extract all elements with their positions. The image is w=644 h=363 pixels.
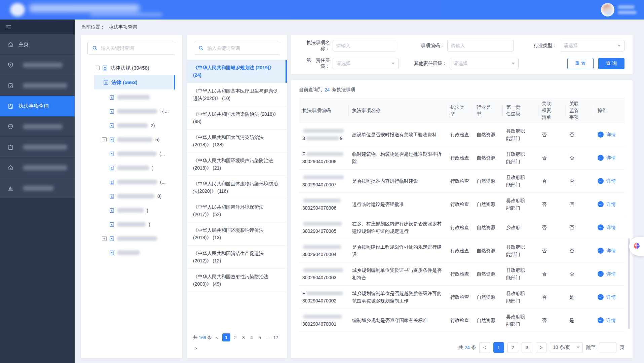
law-list-item[interactable]: 《中华人民共和国海洋环境保护法 (2017)》 (52) <box>187 199 287 222</box>
sidebar-item[interactable] <box>0 55 75 75</box>
detail-link[interactable]: 详情 <box>598 201 621 208</box>
filter-code-input[interactable] <box>451 43 510 48</box>
filter-name-field[interactable] <box>333 40 396 51</box>
filter-row-2: 第一责任层级： 请选择 其他责任层级： 请选择 重 置 查 询 <box>299 58 624 69</box>
law-doc-icon <box>109 236 114 241</box>
scrollbar-thumb[interactable] <box>628 238 630 329</box>
cell-first-responsibility-level: 县政府职能部门 <box>503 287 538 307</box>
tree-node-label-redacted <box>117 109 157 114</box>
page-button[interactable]: 3 <box>522 342 532 353</box>
law-list-item[interactable]: 《中华人民共和国城乡规划法 (2019)》 (24) <box>187 60 287 83</box>
selected-indicator-bar <box>174 75 175 89</box>
law-list-item[interactable]: 《中华人民共和国基本医疗卫生与健康促进法(2020)》 (10) <box>187 83 287 106</box>
more-dots-icon <box>598 178 604 184</box>
tree-node-redacted[interactable]: ) <box>87 203 175 217</box>
expand-node-icon[interactable] <box>102 137 107 142</box>
law-list-item[interactable]: 《中华人民共和国水污染防治法 (2018)》 (98) <box>187 106 287 130</box>
sidebar-item[interactable] <box>0 157 75 178</box>
table-row: F 3002904070002 城乡规划编制单位是否超越资质等级许可的范围承揽城… <box>299 286 624 309</box>
sidebar-item[interactable] <box>0 137 75 157</box>
more-dots-icon <box>598 201 604 207</box>
detail-link[interactable]: 详情 <box>598 224 621 231</box>
page-button[interactable]: 2 <box>507 342 518 353</box>
law-list-item[interactable]: 《中华人民共和国固体废物污染环境防治法(2020)》 (116) <box>187 176 287 199</box>
collapse-node-icon[interactable] <box>95 66 100 70</box>
page-size-select[interactable]: 10 条/页 <box>550 342 583 353</box>
detail-link[interactable]: 详情 <box>598 177 621 185</box>
page-button[interactable]: 1 <box>222 333 230 341</box>
law-title: 《中华人民共和国大气污染防治法 (2018)》 (138) <box>193 135 264 147</box>
sidebar-item[interactable]: 执法事项查询 <box>0 96 75 116</box>
tree-node-label-redacted <box>117 236 157 241</box>
tree-root-label: 法律法规 (39458) <box>110 65 149 71</box>
detail-link[interactable]: 详情 <box>598 131 621 138</box>
filter-level1-select[interactable]: 请选择 <box>333 58 399 69</box>
law-title: 《中华人民共和国基本医疗卫生与健康促进法(2020)》 (10) <box>193 88 278 101</box>
avatar[interactable] <box>601 3 614 16</box>
law-list-item[interactable]: 《中华人民共和国大气污染防治法 (2018)》 (138) <box>187 130 287 153</box>
page-button[interactable]: > <box>536 342 546 353</box>
tree-node-redacted[interactable] <box>87 231 175 246</box>
tree-search[interactable] <box>87 42 175 55</box>
law-list-item[interactable]: 《中华人民共和国环境噪声污染防治法(2018)》 (21) <box>187 153 287 176</box>
cell-item-name: 建设单位是否按时报送有关竣工验收资料 <box>349 128 447 141</box>
law-list-item[interactable]: 《中华人民共和国清洁生产促进法 (2012)》 (12) <box>187 246 287 269</box>
filter-industry-select[interactable]: 请选择 <box>560 40 624 51</box>
tree-node-redacted[interactable]: 2) <box>87 118 175 133</box>
detail-link[interactable]: 详情 <box>598 154 621 161</box>
tree-node-redacted[interactable]: 0) <box>87 189 175 203</box>
page-button[interactable]: 1 <box>493 342 504 353</box>
sidebar-item[interactable] <box>0 116 75 137</box>
result-count: 当前查询到 24 条执法事项 <box>299 87 624 93</box>
sidebar-item[interactable]: 主页 <box>0 34 75 55</box>
tree-node-redacted[interactable]: (... <box>87 175 175 189</box>
filter-level2-select[interactable]: 请选择 <box>450 58 519 69</box>
sidebar-item[interactable] <box>0 75 75 96</box>
page-button[interactable]: 2 <box>233 333 238 341</box>
app-logo-redacted <box>10 3 25 16</box>
tree-node-redacted[interactable]: ) <box>87 161 175 175</box>
filter-code-field[interactable] <box>447 40 514 51</box>
query-button[interactable]: 查 询 <box>598 58 624 69</box>
tree-node-redacted[interactable]: (... <box>87 147 175 161</box>
tree-node-label-redacted <box>117 166 149 170</box>
tree-node-suffix: 司... <box>160 108 169 114</box>
jump-page-input[interactable] <box>599 342 616 353</box>
tree-node-redacted[interactable]: 5) <box>87 133 175 147</box>
law-list-item[interactable]: 《中华人民共和国放射性污染防治法 (2003)》 (49) <box>187 269 287 292</box>
sidebar-collapse[interactable] <box>0 20 75 34</box>
detail-link[interactable]: 详情 <box>598 293 621 301</box>
tree-node-redacted[interactable] <box>87 90 175 104</box>
filter-name-input[interactable] <box>336 43 392 48</box>
expand-node-icon[interactable] <box>102 236 107 241</box>
tree-node-suffix: (... <box>159 151 165 156</box>
tree-root-法律法规[interactable]: 法律法规 (39458) <box>87 61 175 75</box>
page-button[interactable]: 3 <box>241 333 247 341</box>
sidebar-item[interactable] <box>0 178 75 198</box>
tree-search-input[interactable] <box>101 45 171 51</box>
law-list-item[interactable]: 《中华人民共和国环境影响评价法 (2018)》 (13) <box>187 222 287 246</box>
law-search-input[interactable] <box>207 45 276 51</box>
page-button[interactable]: ··· <box>265 333 271 341</box>
detail-link[interactable]: 详情 <box>598 247 621 254</box>
filter-code-label: 事项编码： <box>408 43 445 49</box>
page-button[interactable]: 4 <box>249 333 255 341</box>
user-area[interactable] <box>601 3 637 16</box>
tree-node-label-redacted <box>117 180 157 184</box>
home-icon <box>7 164 14 171</box>
page-button[interactable]: < <box>479 342 490 353</box>
detail-link[interactable]: 详情 <box>598 270 621 278</box>
page-button[interactable]: < <box>214 333 220 341</box>
page-button[interactable]: 17 <box>273 333 279 341</box>
law-search[interactable] <box>194 42 280 55</box>
tree-node-redacted[interactable] <box>87 246 175 260</box>
tree-node-redacted[interactable]: 司... <box>87 104 175 118</box>
tree-children: 司... 2) 5) <box>87 90 175 260</box>
reset-button[interactable]: 重 置 <box>567 58 594 69</box>
tree-node-法律-selected[interactable]: 法律 (5663) <box>94 75 175 89</box>
table-row: 39 建设单位是否按时报送有关竣工验收资料 行政检查 自然资源 县政府职能部门 … <box>299 123 624 146</box>
page-button[interactable]: 5 <box>257 333 263 341</box>
detail-link[interactable]: 详情 <box>598 317 621 324</box>
tree-node-redacted[interactable]: ) <box>87 217 175 231</box>
page-button[interactable]: > <box>193 344 199 352</box>
